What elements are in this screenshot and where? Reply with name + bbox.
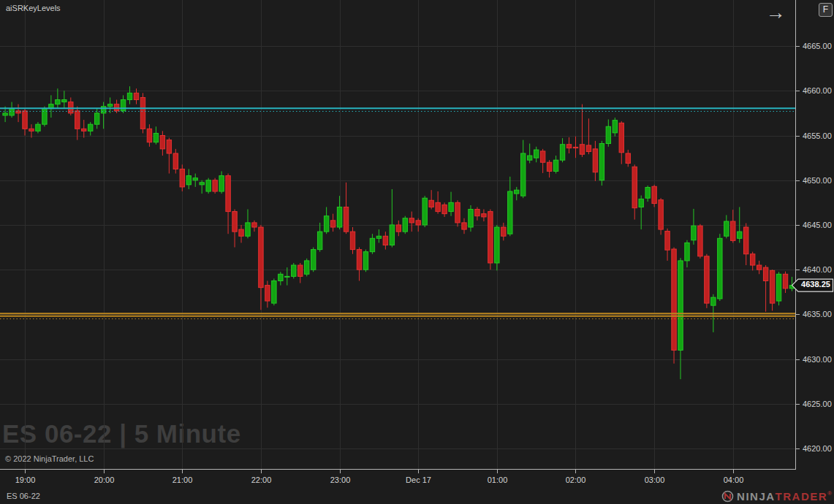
candle-body bbox=[317, 232, 322, 249]
candle-body bbox=[429, 200, 433, 207]
candle-body bbox=[160, 136, 164, 149]
candle-body bbox=[436, 202, 440, 211]
candle-body bbox=[455, 202, 460, 223]
candle-body bbox=[652, 186, 656, 203]
candle-body bbox=[672, 249, 676, 350]
candle-body bbox=[305, 261, 309, 274]
candle-body bbox=[750, 254, 754, 265]
candle-body bbox=[416, 221, 420, 225]
candle-body bbox=[226, 176, 230, 212]
jump-to-latest-icon[interactable]: → bbox=[763, 1, 788, 25]
price-axis-label: 4625.00 bbox=[803, 400, 832, 408]
candle-body bbox=[62, 100, 67, 102]
chart-window: ES 06-22 | 5 Minute aiSRKeyLevels © 2022… bbox=[0, 0, 834, 504]
time-axis-label: 22:00 bbox=[251, 476, 272, 484]
ninjatrader-logo-icon bbox=[721, 490, 734, 503]
candle-body bbox=[232, 212, 237, 232]
candle-body bbox=[776, 274, 781, 301]
candle-body bbox=[344, 207, 348, 232]
price-axis-label: 4665.00 bbox=[803, 42, 832, 50]
candlestick-chart[interactable] bbox=[0, 0, 834, 504]
tab-es-06-22[interactable]: ES 06-22 bbox=[7, 492, 40, 500]
ninjatrader-logo: NINJATRADER® bbox=[721, 490, 832, 503]
candle-body bbox=[350, 232, 355, 249]
candle-body bbox=[547, 162, 551, 171]
candle-body bbox=[475, 210, 479, 216]
candle-body bbox=[206, 180, 211, 191]
candle-body bbox=[521, 153, 526, 196]
candle-body bbox=[337, 207, 341, 227]
candle-body bbox=[482, 214, 486, 217]
candle-body bbox=[363, 252, 368, 270]
candle-body bbox=[127, 93, 132, 99]
candle-body bbox=[599, 144, 604, 180]
candle-body bbox=[239, 229, 243, 236]
time-axis-label: 23:00 bbox=[330, 476, 351, 484]
candle-body bbox=[763, 267, 767, 280]
candle-body bbox=[396, 225, 401, 232]
axis-borders bbox=[0, 0, 833, 473]
candle-body bbox=[442, 205, 447, 213]
candle-body bbox=[508, 191, 512, 234]
candle-body bbox=[566, 145, 571, 148]
candle-body bbox=[75, 111, 80, 129]
candle-body bbox=[252, 223, 257, 227]
candle-body bbox=[213, 180, 217, 191]
candle-body bbox=[311, 250, 315, 270]
candle-body bbox=[606, 126, 610, 143]
candle-body bbox=[528, 156, 532, 160]
candle-body bbox=[167, 140, 171, 153]
brand-trader-text: TRADER bbox=[776, 491, 828, 503]
candle-body bbox=[278, 274, 283, 280]
candle-body bbox=[94, 113, 99, 124]
candle-body bbox=[330, 221, 335, 227]
candle-body bbox=[23, 111, 27, 129]
candle-body bbox=[626, 153, 630, 163]
candle-body bbox=[173, 153, 178, 169]
price-axis[interactable]: 4665.004660.004655.004650.004645.004640.… bbox=[796, 0, 834, 469]
candle-body bbox=[770, 270, 774, 303]
candle-body bbox=[495, 227, 499, 263]
candle-body bbox=[685, 243, 689, 260]
time-axis-label: 03:00 bbox=[645, 476, 665, 484]
indicator-label: aiSRKeyLevels bbox=[6, 4, 61, 12]
time-axis-label: Dec 17 bbox=[406, 476, 431, 484]
brand-ninja-text: NINJA bbox=[737, 491, 776, 503]
candle-body bbox=[200, 183, 204, 185]
candle-body bbox=[390, 225, 394, 245]
candle-body bbox=[580, 145, 584, 154]
candle-body bbox=[219, 176, 224, 191]
candle-body bbox=[324, 216, 328, 232]
brand-registered-mark: ® bbox=[827, 490, 832, 497]
time-axis[interactable]: 19:0020:0021:0022:0023:00Dec 1701:0002:0… bbox=[0, 470, 834, 490]
candle-body bbox=[193, 178, 197, 180]
time-axis-label: 01:00 bbox=[488, 476, 508, 484]
price-axis-label: 4635.00 bbox=[803, 310, 832, 318]
time-axis-label: 04:00 bbox=[724, 476, 744, 484]
candle-body bbox=[540, 151, 545, 162]
candle-body bbox=[744, 227, 748, 254]
price-axis-label: 4640.00 bbox=[803, 265, 832, 274]
candle-body bbox=[140, 97, 145, 129]
candle-body bbox=[88, 124, 93, 131]
time-axis-label: 21:00 bbox=[173, 476, 193, 484]
price-axis-label: 4620.00 bbox=[803, 444, 832, 453]
candle-body bbox=[36, 124, 40, 131]
candle-body bbox=[56, 100, 60, 104]
candle-body bbox=[29, 129, 34, 131]
price-axis-label: 4645.00 bbox=[803, 221, 832, 229]
candle-body bbox=[469, 210, 473, 227]
candle-body bbox=[246, 223, 250, 236]
candle-body bbox=[639, 199, 643, 207]
candle-body bbox=[738, 232, 742, 238]
candle-body bbox=[376, 236, 381, 238]
candle-body bbox=[678, 261, 683, 350]
gridlines bbox=[0, 0, 795, 469]
candle-body bbox=[632, 167, 637, 207]
price-axis-label: 4655.00 bbox=[803, 131, 832, 140]
candle-body bbox=[3, 113, 7, 115]
candle-body bbox=[724, 221, 729, 236]
candle-body bbox=[107, 104, 112, 107]
fit-scale-button[interactable]: F bbox=[819, 3, 833, 17]
candle-body bbox=[593, 149, 597, 172]
